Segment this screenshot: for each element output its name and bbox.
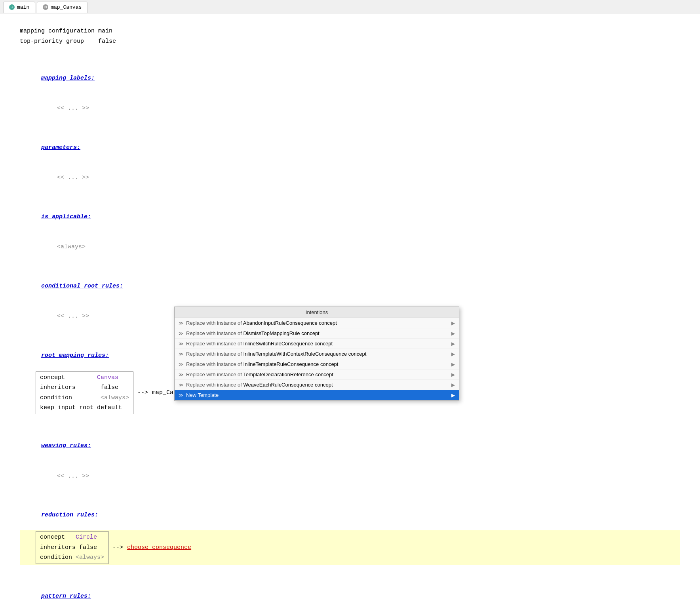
tab-main[interactable]: ➜ main [3, 2, 35, 13]
intention-abandon-text: Replace with instance of AbandonInputRul… [186, 320, 449, 326]
intention-inline-template-context-icon: ≫ [179, 351, 184, 357]
top-info: mapping configuration main top-priority … [20, 26, 680, 46]
redr-inheritors-key: inheritors [40, 544, 79, 551]
reduction-rule-block: concept Circle inheritors false conditio… [36, 531, 108, 564]
mapping-labels-placeholder: << ... >> [57, 105, 89, 112]
intention-inline-template-context-arrow: ▶ [451, 351, 455, 357]
is-applicable-header[interactable]: is applicable: [41, 213, 91, 220]
rr-condition-key: condition [40, 394, 101, 401]
rr-condition-value: <always> [101, 394, 129, 401]
intention-inline-switch-text: Replace with instance of InlineSwitchRul… [186, 341, 449, 347]
redr-concept-value: Circle [76, 534, 97, 541]
intentions-title: Intentions [175, 307, 459, 318]
intention-dismiss-text: Replace with instance of DismissTopMappi… [186, 330, 449, 336]
line-top-priority: top-priority group false [20, 36, 680, 47]
mapping-labels-header[interactable]: mapping labels: [41, 75, 95, 82]
intention-inline-switch-icon: ≫ [179, 341, 184, 347]
intention-inline-template-icon: ≫ [179, 362, 184, 367]
intention-new-template[interactable]: ≫ New Template ▶ [175, 390, 459, 400]
intention-weave-each[interactable]: ≫ Replace with instance of WeaveEachRule… [175, 380, 459, 390]
tab-bar: ➜ main N map_Canvas [0, 0, 700, 14]
conditional-root-rules-header[interactable]: conditional root rules: [41, 283, 123, 290]
rr-keep-key: keep input root [40, 404, 97, 411]
tab-map-canvas-icon: N [43, 4, 48, 10]
section-mapping-labels: mapping labels: << ... >> [20, 63, 680, 124]
parameters-placeholder: << ... >> [57, 174, 89, 181]
intention-template-declaration[interactable]: ≫ Replace with instance of TemplateDecla… [175, 370, 459, 380]
intention-weave-each-icon: ≫ [179, 382, 184, 388]
tab-map-canvas[interactable]: N map_Canvas [37, 2, 88, 13]
rr-concept-key: concept [40, 374, 97, 381]
intention-inline-switch[interactable]: ≫ Replace with instance of InlineSwitchR… [175, 339, 459, 349]
tab-main-icon: ➜ [9, 4, 15, 10]
redr-condition-key: condition [40, 554, 76, 561]
intention-dismiss-arrow: ▶ [451, 331, 455, 336]
intention-inline-template-context[interactable]: ≫ Replace with instance of InlineTemplat… [175, 349, 459, 359]
redr-inheritors-value: false [79, 544, 97, 551]
is-applicable-value: <always> [57, 244, 86, 250]
rr-concept-value: Canvas [97, 374, 118, 381]
section-parameters: parameters: << ... >> [20, 132, 680, 193]
intention-template-declaration-arrow: ▶ [451, 372, 455, 377]
intention-inline-switch-arrow: ▶ [451, 341, 455, 347]
intention-new-template-arrow: ▶ [451, 392, 455, 398]
weaving-rules-header[interactable]: weaving rules: [41, 442, 91, 449]
section-pattern-rules: pattern rules: << ... >> [20, 581, 680, 602]
weaving-rules-placeholder: << ... >> [57, 473, 89, 480]
intention-template-declaration-text: Replace with instance of TemplateDeclara… [186, 371, 449, 377]
intention-new-template-text: New Template [186, 392, 449, 398]
intention-inline-template-arrow: ▶ [451, 362, 455, 367]
choose-consequence-label[interactable]: choose consequence [127, 544, 191, 551]
root-mapping-rules-header[interactable]: root mapping rules: [41, 352, 109, 359]
intention-inline-template-context-text: Replace with instance of InlineTemplateW… [186, 351, 449, 357]
section-is-applicable: is applicable: <always> [20, 202, 680, 262]
rr-inheritors-value: false [101, 384, 118, 391]
reduction-rule-arrow: --> [112, 544, 123, 551]
section-reduction-rules: reduction rules: concept Circle inherito… [20, 500, 680, 565]
conditional-root-rules-placeholder: << ... >> [57, 313, 89, 320]
root-rule-arrow: --> [137, 389, 148, 396]
reduction-rules-header[interactable]: reduction rules: [41, 512, 98, 518]
intention-dismiss[interactable]: ≫ Replace with instance of DismissTopMap… [175, 328, 459, 339]
intention-abandon-icon: ≫ [179, 320, 184, 326]
line-mapping-config: mapping configuration main [20, 26, 680, 36]
parameters-header[interactable]: parameters: [41, 144, 80, 151]
intention-template-declaration-icon: ≫ [179, 372, 184, 377]
intention-weave-each-text: Replace with instance of WeaveEachRuleCo… [186, 382, 449, 388]
tab-map-canvas-label: map_Canvas [51, 4, 82, 10]
intentions-popup: Intentions ≫ Replace with instance of Ab… [174, 307, 459, 401]
root-rule-block: concept Canvas inheritors false conditio… [36, 371, 133, 414]
intention-inline-template-text: Replace with instance of InlineTemplateR… [186, 361, 449, 367]
redr-condition-value: <always> [76, 554, 104, 561]
rr-inheritors-key: inheritors [40, 384, 101, 391]
rr-keep-value: default [97, 404, 122, 411]
pattern-rules-header[interactable]: pattern rules: [41, 593, 91, 600]
tab-main-label: main [17, 4, 29, 10]
section-weaving-rules: weaving rules: << ... >> [20, 431, 680, 492]
intention-weave-each-arrow: ▶ [451, 382, 455, 388]
reduction-rule-highlighted-row: concept Circle inheritors false conditio… [20, 530, 680, 565]
intention-inline-template[interactable]: ≫ Replace with instance of InlineTemplat… [175, 359, 459, 370]
intention-dismiss-icon: ≫ [179, 331, 184, 336]
intention-abandon[interactable]: ≫ Replace with instance of AbandonInputR… [175, 318, 459, 328]
redr-concept-key: concept [40, 534, 76, 541]
intention-new-template-icon: ≫ [179, 392, 184, 398]
editor-content: mapping configuration main top-priority … [0, 14, 700, 602]
intention-abandon-arrow: ▶ [451, 320, 455, 326]
